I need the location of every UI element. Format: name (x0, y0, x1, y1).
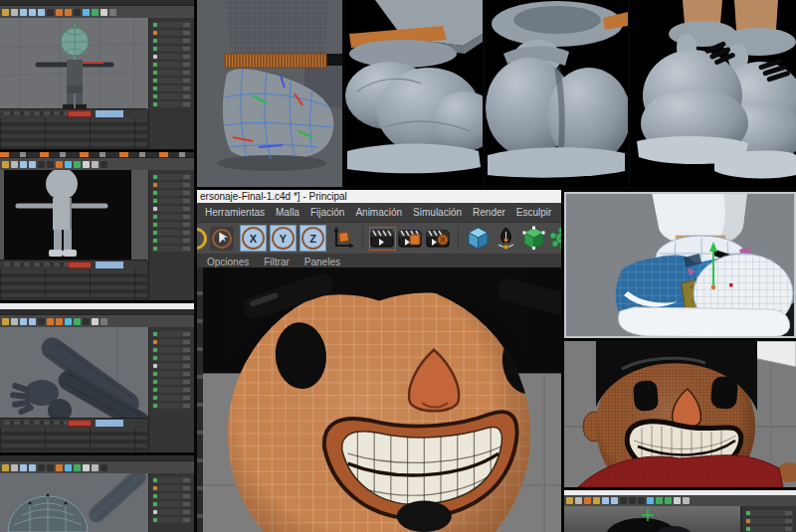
render-to-picture-icon[interactable] (398, 228, 423, 250)
tool-dot-icon (11, 464, 18, 471)
menu-malla[interactable]: Malla (276, 207, 299, 218)
object-row (152, 331, 191, 337)
tool-dot-icon (2, 161, 9, 168)
right-sole (714, 151, 796, 179)
deformers-icon[interactable] (549, 226, 561, 251)
object-manager-panel (148, 170, 194, 300)
object-row (152, 347, 191, 353)
gray-shoes-image (486, 0, 628, 187)
record-keys-buttons (68, 420, 92, 427)
tool-dot-icon (20, 318, 27, 325)
object-row (152, 182, 191, 188)
tool-dot-icon (38, 161, 45, 168)
character-head-viewport-image (203, 267, 561, 532)
object-row (152, 363, 191, 369)
object-row (152, 493, 191, 499)
tool-dot-icon (593, 497, 600, 504)
object-row (152, 379, 191, 385)
render-view-icon[interactable] (370, 228, 395, 250)
tool-dot-icon (629, 497, 636, 504)
tool-dot-icon (65, 318, 72, 325)
coordinates-panel (0, 418, 147, 452)
live-selection-icon[interactable] (210, 227, 234, 251)
tool-dot-icon (74, 464, 81, 471)
tool-dot-icon (647, 497, 654, 504)
lock-z-axis-button[interactable]: Z (299, 225, 326, 252)
lock-y-label: Y (272, 227, 295, 250)
tool-dot-icon (83, 161, 90, 168)
tool-dot-icon (83, 9, 90, 16)
tool-dot-icon (20, 161, 27, 168)
object-row (152, 22, 191, 28)
object-row (152, 62, 191, 68)
tool-dot-icon (2, 318, 9, 325)
tool-dot-icon (38, 464, 45, 471)
object-row (152, 238, 191, 244)
gray-shoes-with-laces (631, 0, 796, 187)
tool-dot-icon (29, 464, 36, 471)
menu-render[interactable]: Render (473, 207, 505, 218)
perspective-viewport[interactable] (203, 267, 561, 532)
cube-primitive-icon[interactable] (466, 226, 491, 251)
c4d-modeling-collage: ersonaje-Final-1.c4d *] - Principal Herr… (0, 0, 796, 532)
tool-dot-icon (56, 318, 63, 325)
tool-dot-icon (683, 497, 690, 504)
object-row (745, 518, 793, 524)
object-row (152, 46, 191, 52)
generators-cube-icon[interactable] (521, 226, 546, 251)
menu-simulacion[interactable]: Simulación (413, 207, 462, 218)
object-row (152, 38, 191, 44)
right-eye (710, 376, 738, 410)
tool-dot-icon (83, 318, 90, 325)
tool-dot-icon (100, 464, 107, 471)
tool-dot-icon (100, 318, 107, 325)
undo-arc-icon[interactable] (197, 228, 207, 250)
menu-fijacion[interactable]: Fijación (310, 207, 344, 218)
shoe-sole (619, 307, 790, 337)
viewport-menu-opciones[interactable]: Opciones (207, 257, 249, 267)
spline-pen-icon[interactable] (494, 226, 518, 251)
object-row (152, 93, 191, 99)
tool-dot-icon (38, 9, 45, 16)
tool-dot-icon (638, 497, 645, 504)
tool-dot-icon (92, 318, 99, 325)
character-torso (67, 60, 83, 86)
mini-editor-tpose-character (0, 0, 194, 149)
object-row (152, 70, 191, 76)
object-row (152, 477, 191, 483)
object-row (152, 339, 191, 345)
key-interpolation-buttons (96, 262, 123, 268)
menu-esculpir[interactable]: Esculpir (516, 207, 552, 218)
tool-dot-icon (611, 497, 618, 504)
window-titlebar[interactable]: ersonaje-Final-1.c4d *] - Principal (197, 190, 561, 203)
object-row (152, 485, 191, 491)
object-row (152, 501, 191, 507)
lock-x-axis-button[interactable]: X (240, 225, 267, 252)
coordinate-system-icon[interactable] (329, 226, 355, 252)
viewport-menu-paneles[interactable]: Paneles (304, 257, 340, 267)
object-row (152, 395, 191, 401)
object-row (152, 190, 191, 196)
tool-dot-icon (584, 497, 591, 504)
lock-y-axis-button[interactable]: Y (270, 225, 297, 252)
render-settings-icon[interactable] (426, 228, 451, 250)
tool-dot-icon (56, 464, 63, 471)
tool-dot-icon (11, 9, 18, 16)
viewport-menu-filtrar[interactable]: Filtrar (264, 257, 290, 267)
object-row (152, 403, 191, 409)
tool-dot-icon (674, 497, 681, 504)
window-title: ersonaje-Final-1.c4d *] - Principal (200, 191, 347, 202)
object-row (152, 174, 191, 180)
object-manager-panel (148, 327, 194, 452)
object-row (152, 86, 191, 91)
object-row (152, 78, 191, 84)
menu-animacion[interactable]: Animación (355, 207, 402, 218)
tool-dot-icon (100, 9, 107, 16)
character-render-viewport (0, 170, 148, 261)
tool-dot-icon (29, 9, 36, 16)
tool-dot-icon (29, 318, 36, 325)
hands-viewport (0, 327, 148, 419)
menu-herramientas[interactable]: Herramientas (205, 207, 265, 218)
object-row (152, 30, 191, 36)
laced-shoes-image (631, 0, 796, 187)
